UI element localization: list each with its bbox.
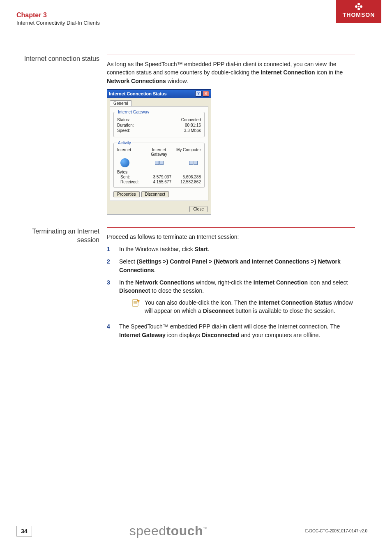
bold: (Settings >) Control Panel > (Network an… — [119, 258, 341, 273]
recv-gw: 4.155.677 — [143, 180, 171, 184]
body-terminating: Proceed as follows to terminate an Inter… — [107, 227, 355, 343]
sent-gw: 3.579.037 — [143, 175, 171, 179]
content-area: Internet connection status As long as th… — [0, 55, 392, 343]
step-number: 1 — [107, 245, 119, 253]
group-legend: Activity — [117, 141, 132, 145]
chapter-subtitle: Internet Connectivity Dial-In Clients — [16, 20, 100, 26]
bold: Internet Connection — [261, 69, 315, 76]
tab-body: Internet Gateway Status:Connected Durati… — [110, 106, 208, 201]
step-3: 3 In the Network Connections window, rig… — [107, 278, 355, 318]
step-1: 1 In the Windows taskbar, click Start. — [107, 245, 355, 253]
globe-icon — [120, 158, 129, 167]
speedtouch-brand: speedtouch™ — [129, 523, 208, 539]
col-gateway: Internet Gateway — [145, 148, 173, 157]
brand-bold: touch — [166, 523, 203, 538]
disconnect-button[interactable]: Disconnect — [141, 191, 169, 197]
svg-point-0 — [357, 3, 360, 5]
computer-icon — [189, 161, 198, 165]
text: icon and select — [308, 279, 348, 286]
col-internet: Internet — [117, 148, 145, 157]
step-4: 4 The SpeedTouch™ embedded PPP dial-in c… — [107, 322, 355, 339]
text: icon displays — [166, 332, 202, 338]
brand-tm: ™ — [203, 526, 208, 531]
sent-label: Sent: — [117, 175, 142, 179]
text: Select — [119, 258, 137, 265]
recv-label: Received: — [117, 180, 142, 184]
duration-value: 00:01:16 — [185, 123, 201, 127]
bold: Disconnect — [203, 308, 234, 314]
bytes-label: Bytes: — [117, 170, 142, 174]
status-value: Connected — [181, 118, 201, 122]
duration-label: Duration: — [117, 123, 134, 127]
thomson-logo: THOMSON — [336, 0, 381, 23]
close-x-button[interactable]: ✕ — [203, 91, 209, 97]
thomson-wordmark: THOMSON — [340, 12, 377, 18]
svg-rect-5 — [132, 300, 138, 306]
bold: Network Connections — [135, 279, 194, 286]
steps-list: 1 In the Windows taskbar, click Start. 2… — [107, 245, 355, 339]
close-button[interactable]: Close — [189, 206, 208, 212]
document-id: E-DOC-CTC-20051017-0147 v2.0 — [305, 529, 367, 533]
group-internet-gateway: Internet Gateway Status:Connected Durati… — [113, 110, 205, 137]
tab-general[interactable]: General — [110, 100, 132, 106]
intro-para: Proceed as follows to terminate an Inter… — [107, 233, 355, 241]
page-number: 34 — [16, 526, 32, 536]
help-button[interactable]: ? — [195, 91, 202, 97]
dialog-title-text: Internet Connection Status — [109, 91, 167, 96]
text: . — [208, 246, 210, 252]
text: In the — [119, 279, 135, 286]
dialog-titlebar: Internet Connection Status ? ✕ — [107, 90, 211, 98]
recv-pc: 12.582.862 — [173, 180, 201, 184]
bold: Internet Connection Status — [258, 299, 332, 306]
note-icon — [131, 298, 145, 315]
svg-point-2 — [360, 5, 362, 8]
status-paragraph: As long as the SpeedTouch™ embedded PPP … — [107, 60, 355, 85]
text: In the Windows taskbar, click — [119, 246, 195, 252]
text: The SpeedTouch™ embedded PPP dial-in cli… — [119, 323, 340, 330]
connection-status-dialog: Internet Connection Status ? ✕ General I… — [107, 89, 211, 215]
bold: Start — [195, 246, 208, 252]
group-activity: Activity Internet Internet Gateway My Co… — [113, 141, 205, 188]
speed-value: 3.3 Mbps — [184, 128, 201, 133]
chapter-block: Chapter 3 Internet Connectivity Dial-In … — [16, 12, 100, 26]
page-header: Chapter 3 Internet Connectivity Dial-In … — [0, 0, 392, 30]
bold: Disconnected — [202, 332, 240, 338]
col-my-computer: My Computer — [173, 148, 201, 157]
sent-pc: 5.606.288 — [173, 175, 201, 179]
margin-label-terminating: Terminating an Internet session — [16, 227, 107, 343]
bold: Internet Gateway — [119, 332, 166, 338]
svg-point-1 — [355, 5, 357, 8]
text: icon in the — [315, 69, 343, 76]
bold: Disconnect — [119, 287, 150, 294]
thomson-flower-icon — [355, 2, 363, 11]
text: . — [154, 267, 156, 273]
note: You can also double-click the icon. Then… — [131, 298, 355, 315]
tab-strip: General — [107, 98, 211, 106]
properties-button[interactable]: Properties — [113, 191, 140, 197]
step-2: 2 Select (Settings >) Control Panel > (N… — [107, 257, 355, 274]
svg-point-4 — [358, 6, 360, 7]
margin-label-status: Internet connection status — [16, 55, 107, 219]
bold: Internet Connection — [254, 279, 308, 286]
text: window. — [166, 78, 188, 84]
step-number: 4 — [107, 322, 119, 339]
step-number: 3 — [107, 278, 119, 318]
step-number: 2 — [107, 257, 119, 274]
speed-label: Speed: — [117, 128, 130, 133]
svg-point-3 — [357, 8, 360, 10]
brand-light: speed — [129, 523, 166, 538]
group-legend: Internet Gateway — [117, 110, 150, 114]
section-connection-status: Internet connection status As long as th… — [16, 55, 355, 219]
section-terminating: Terminating an Internet session Proceed … — [16, 227, 355, 343]
gateway-icon — [155, 161, 164, 165]
body-status: As long as the SpeedTouch™ embedded PPP … — [107, 55, 355, 219]
text: window, right-click the — [194, 279, 254, 286]
status-label: Status: — [117, 118, 130, 122]
bold: Network Connections — [107, 78, 166, 84]
chapter-title: Chapter 3 — [16, 12, 100, 19]
text: button is available to close the session… — [234, 308, 335, 314]
text: You can also double-click the icon. Then… — [145, 299, 258, 306]
text: and your computers are offline. — [240, 332, 321, 338]
page-footer: 34 speedtouch™ E-DOC-CTC-20051017-0147 v… — [16, 523, 367, 539]
text: to close the session. — [150, 287, 204, 294]
